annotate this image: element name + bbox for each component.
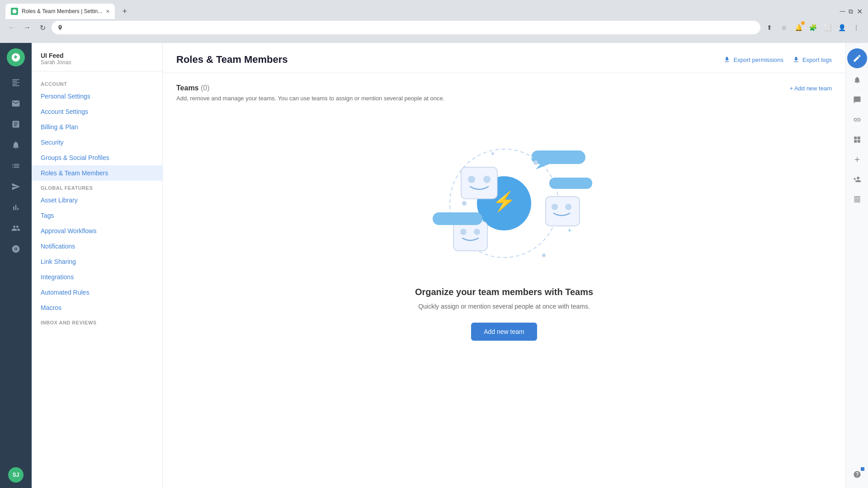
inbox-section-label: Inbox and Reviews [32, 315, 162, 327]
export-permissions-label: Export permissions [733, 56, 783, 63]
nav-team-icon[interactable] [7, 219, 25, 237]
teams-count: (0) [201, 84, 210, 92]
svg-text:+: + [567, 226, 571, 234]
svg-rect-10 [546, 197, 580, 226]
page-title: Roles & Team Members [176, 54, 288, 66]
illustration-title: Organize your team members with Teams [415, 287, 593, 297]
sidebar-item-account-settings[interactable]: Account Settings [32, 104, 162, 119]
right-person-add-icon[interactable] [849, 171, 865, 188]
teams-header: Teams (0) + Add new team [176, 84, 832, 92]
sidebar-item-tags[interactable]: Tags [32, 208, 162, 223]
user-avatar[interactable]: SJ [8, 467, 24, 483]
sidebar: UI Feed Sarah Jonas Account Personal Set… [32, 43, 163, 488]
svg-rect-7 [453, 221, 487, 251]
svg-rect-15 [549, 178, 592, 189]
svg-point-17 [462, 201, 467, 206]
right-chat-icon[interactable] [849, 92, 865, 108]
teams-title-text: Teams [176, 84, 199, 92]
svg-point-18 [533, 160, 538, 165]
browser-titlebar: Roles & Team Members | Settin... × + ─ ⧉… [0, 0, 868, 19]
add-new-team-top-button[interactable]: + Add new team [789, 85, 832, 92]
right-add-icon[interactable] [849, 151, 865, 168]
teams-title: Teams (0) [176, 84, 210, 92]
teams-illustration: ⚡ [409, 129, 599, 273]
browser-tab[interactable]: Roles & Team Members | Settin... × [5, 4, 115, 19]
nav-reports-icon[interactable] [7, 115, 25, 133]
maximize-button[interactable]: ⧉ [849, 8, 853, 15]
header-actions: Export permissions Export logs [723, 56, 832, 63]
menu-button[interactable]: ⋮ [850, 21, 863, 34]
download-logs-icon [793, 56, 800, 63]
right-link-icon[interactable] [849, 112, 865, 128]
svg-marker-14 [536, 164, 549, 169]
main-content: Roles & Team Members Export permissions … [163, 43, 845, 488]
illustration-desc: Quickly assign or mention several people… [418, 303, 590, 310]
split-view-button[interactable]: ⬜ [821, 21, 834, 34]
nav-bell-icon[interactable] [7, 136, 25, 154]
browser-actions: ⬆ ☆ 🔔 🧩 ⬜ 👤 ⋮ [763, 21, 863, 34]
compose-fab-button[interactable] [847, 48, 867, 68]
svg-point-19 [542, 253, 546, 257]
sidebar-item-integrations[interactable]: Integrations [32, 269, 162, 285]
svg-rect-13 [531, 150, 585, 164]
sidebar-item-personal-settings[interactable]: Personal Settings [32, 89, 162, 104]
right-table-icon[interactable] [849, 191, 865, 207]
bookmark-button[interactable]: ☆ [778, 21, 790, 34]
export-logs-link[interactable]: Export logs [793, 56, 832, 63]
back-button[interactable]: ← [5, 21, 18, 34]
nav-send-icon[interactable] [7, 178, 25, 196]
svg-text:+: + [529, 153, 533, 161]
svg-point-20 [491, 152, 494, 155]
download-icon [723, 56, 731, 63]
sidebar-item-link-sharing[interactable]: Link Sharing [32, 254, 162, 269]
nav-analytics-icon[interactable] [7, 198, 25, 216]
tab-favicon [11, 8, 18, 15]
svg-point-9 [474, 229, 480, 235]
nav-inbox-icon[interactable] [7, 94, 25, 113]
address-bar: app.sproutsocial.com/settings/user-roles… [52, 21, 760, 34]
sprout-logo[interactable] [7, 48, 25, 66]
illustration-container: ⚡ [176, 111, 832, 359]
sidebar-item-billing[interactable]: Billing & Plan [32, 119, 162, 135]
close-window-button[interactable]: ✕ [857, 7, 863, 16]
sidebar-item-security[interactable]: Security [32, 135, 162, 150]
main-header: Roles & Team Members Export permissions … [163, 43, 845, 73]
nav-settings-icon[interactable] [7, 240, 25, 258]
right-bell-icon[interactable] [849, 72, 865, 88]
sidebar-item-groups[interactable]: Groups & Social Profiles [32, 150, 162, 165]
sidebar-item-macros[interactable]: Macros [32, 300, 162, 315]
reload-button[interactable]: ↻ [36, 21, 49, 34]
profile-button[interactable]: 👤 [835, 21, 848, 34]
minimize-button[interactable]: ─ [840, 7, 845, 15]
tab-close-button[interactable]: × [106, 8, 109, 14]
add-new-team-top-label: + Add new team [789, 85, 832, 92]
add-team-main-button[interactable]: Add new team [471, 323, 537, 341]
icon-rail: SJ [0, 43, 32, 488]
sidebar-item-roles[interactable]: Roles & Team Members [32, 165, 162, 181]
right-rail [845, 43, 868, 488]
svg-point-11 [552, 204, 558, 210]
sidebar-item-approval-workflows[interactable]: Approval Workflows [32, 223, 162, 239]
svg-rect-4 [461, 167, 497, 199]
export-permissions-link[interactable]: Export permissions [723, 56, 783, 63]
nav-compose-icon[interactable] [7, 74, 25, 92]
browser-controls: ← → ↻ app.sproutsocial.com/settings/user… [0, 19, 868, 37]
nav-list-icon[interactable] [7, 157, 25, 175]
new-tab-button[interactable]: + [118, 5, 131, 18]
extensions-button[interactable]: 🧩 [807, 21, 819, 34]
share-button[interactable]: ⬆ [763, 21, 776, 34]
svg-point-12 [565, 204, 571, 210]
forward-button[interactable]: → [21, 21, 33, 34]
sidebar-item-notifications[interactable]: Notifications [32, 239, 162, 254]
user-name: Sarah Jonas [41, 59, 153, 66]
browser-chrome: Roles & Team Members | Settin... × + ─ ⧉… [0, 0, 868, 43]
sidebar-item-automated-rules[interactable]: Automated Rules [32, 285, 162, 300]
sidebar-item-asset-library[interactable]: Asset Library [32, 192, 162, 208]
right-grid-icon[interactable] [849, 131, 865, 148]
global-section-label: Global Features [32, 181, 162, 192]
sidebar-nav: Account Personal Settings Account Settin… [32, 71, 162, 488]
sidebar-header: UI Feed Sarah Jonas [32, 43, 162, 71]
export-logs-label: Export logs [802, 56, 832, 63]
svg-point-6 [483, 176, 491, 183]
url-input[interactable]: app.sproutsocial.com/settings/user-roles… [67, 24, 755, 31]
